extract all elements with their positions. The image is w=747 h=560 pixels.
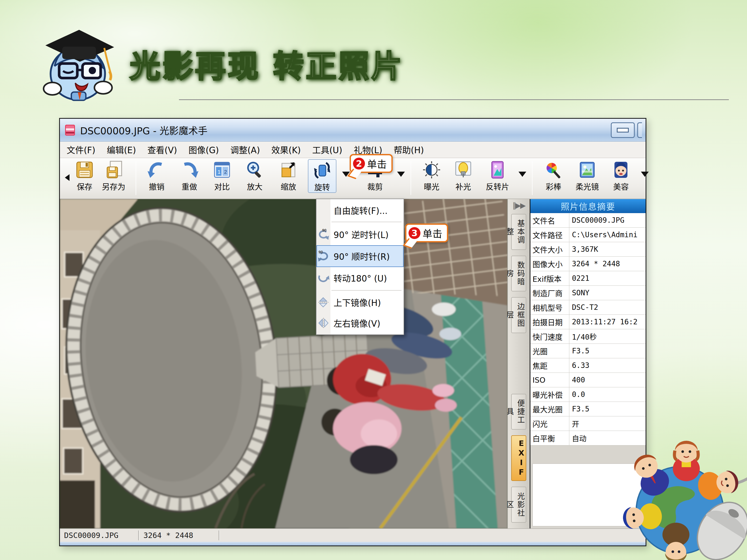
- exif-row[interactable]: 拍摄日期 2013:11:27 16:2: [531, 315, 646, 329]
- tab-quick-tools[interactable]: 便捷工具: [511, 394, 526, 430]
- exif-label: 图像大小: [531, 257, 569, 271]
- menu-item-flip-horizontal[interactable]: 左右镜像(V): [316, 313, 404, 334]
- exif-row[interactable]: 焦距 6.33: [531, 358, 646, 373]
- exif-row[interactable]: 光圈 F3.5: [531, 344, 646, 358]
- tab-frame-layers[interactable]: 边框图层: [511, 297, 526, 333]
- titlebar: DSC00009.JPG - 光影魔术手: [60, 119, 646, 141]
- svg-text:1: 1: [217, 169, 221, 175]
- redo-icon: [180, 160, 199, 180]
- exif-label: 快门速度: [531, 329, 569, 344]
- svg-text:90: 90: [318, 250, 323, 254]
- undo-icon: [147, 160, 166, 180]
- exif-row[interactable]: 文件名 DSC00009.JPG: [531, 213, 646, 228]
- exif-label: 闪光: [531, 416, 569, 431]
- fill-light-button[interactable]: 补光: [449, 160, 478, 192]
- exif-row[interactable]: 文件路径 C:\Users\Admini: [531, 228, 646, 242]
- info-panel-title: 照片信息摘要: [531, 199, 646, 213]
- maximize-button-partial[interactable]: [637, 123, 642, 138]
- exif-value: 3,367K: [569, 242, 646, 257]
- menubar-item[interactable]: 编辑(E): [107, 143, 136, 156]
- reversal-film-button[interactable]: 反转片: [481, 160, 514, 192]
- tab-community[interactable]: 光影社区: [511, 487, 526, 523]
- exif-label: 白平衡: [531, 431, 569, 445]
- menu-separator: [332, 222, 402, 222]
- film-dropdown-caret-icon[interactable]: [518, 171, 526, 181]
- menu-separator: [332, 290, 402, 291]
- menubar-item[interactable]: 查看(V): [147, 143, 177, 156]
- exif-label: 文件路径: [531, 228, 569, 242]
- exif-label: Exif版本: [531, 271, 569, 286]
- tab-digital-darkroom[interactable]: 数码暗房: [511, 256, 526, 292]
- rotate-dropdown-menu: 自由旋转(F)... 90 90° 逆时针(L) 90 90° 顺时针(R) 转…: [316, 198, 404, 335]
- exif-row[interactable]: 闪光 开: [531, 416, 646, 431]
- tab-basic-adjust[interactable]: 基本调整: [511, 214, 526, 250]
- menubar-item[interactable]: 文件(F): [67, 143, 96, 156]
- exif-value: SONY: [569, 286, 646, 300]
- callout-text: 单击: [367, 156, 387, 170]
- callout-step-2: 2 单击: [350, 154, 393, 173]
- exposure-button[interactable]: 曝光: [417, 160, 446, 192]
- menubar-item[interactable]: 效果(K): [271, 143, 301, 156]
- exposure-icon: [422, 160, 441, 180]
- exif-label: 相机型号: [531, 300, 569, 315]
- step-number-badge: 3: [409, 227, 420, 239]
- compare-button[interactable]: 12 对比: [208, 160, 236, 192]
- beauty-dropdown-caret-icon[interactable]: [641, 171, 649, 181]
- save-as-button[interactable]: 另存为: [99, 160, 128, 192]
- exif-row[interactable]: 相机型号 DSC-T2: [531, 300, 646, 315]
- toolbar-separator: [411, 161, 411, 195]
- menubar-item[interactable]: 帮助(H): [394, 143, 424, 156]
- exif-value: F3.5: [569, 402, 646, 416]
- exif-row[interactable]: 最大光圈 F3.5: [531, 402, 646, 416]
- exif-row[interactable]: 文件大小 3,367K: [531, 242, 646, 257]
- exif-row[interactable]: 图像大小 3264 * 2448: [531, 257, 646, 271]
- exif-value: 开: [569, 416, 646, 431]
- exif-value: C:\Users\Admini: [569, 228, 646, 242]
- status-filename: DSC00009.JPG: [60, 529, 138, 542]
- exif-row[interactable]: 快门速度 1/40秒: [531, 329, 646, 344]
- rotate-cw-90-icon: 90: [316, 250, 331, 262]
- exif-row[interactable]: 制造厂商 SONY: [531, 286, 646, 300]
- callout-step-3: 3 单击: [405, 223, 448, 242]
- minimize-icon: [617, 128, 629, 132]
- menubar-item[interactable]: 调整(A): [230, 143, 260, 156]
- status-separator: [218, 530, 220, 540]
- menu-item-rotate-90-cw[interactable]: 90 90° 顺时针(R): [316, 245, 404, 267]
- zoom-in-icon: [245, 160, 264, 180]
- beauty-button[interactable]: 美容: [607, 160, 635, 192]
- mascot-graduate-mouse: [36, 16, 119, 101]
- rotate-button[interactable]: 旋转: [308, 159, 336, 193]
- exif-value: F3.5: [569, 344, 646, 358]
- menubar-item[interactable]: 图像(G): [188, 143, 219, 156]
- exif-row[interactable]: 曝光补偿 0.0: [531, 387, 646, 402]
- exif-value: DSC00009.JPG: [569, 213, 646, 228]
- toolbar-overflow-icon[interactable]: [61, 174, 70, 181]
- exif-row[interactable]: Exif版本 0221: [531, 271, 646, 286]
- menubar-item[interactable]: 工具(U): [312, 143, 342, 156]
- exif-label: ISO: [531, 373, 569, 387]
- color-wand-button[interactable]: 彩棒: [539, 160, 568, 192]
- reversal-film-icon: [488, 160, 507, 180]
- zoom-in-button[interactable]: 放大: [240, 160, 269, 192]
- undo-button[interactable]: 撤销: [143, 160, 171, 192]
- page-title: 光影再现 转正照片: [130, 42, 404, 86]
- minimize-button[interactable]: [611, 123, 635, 138]
- soft-lens-button[interactable]: 柔光镜: [570, 160, 604, 192]
- rotated-photo: [60, 199, 507, 528]
- flip-vertical-icon: [316, 296, 331, 308]
- menu-item-rotate-180[interactable]: 转动180° (U): [316, 267, 404, 289]
- save-button[interactable]: 保存: [70, 160, 99, 192]
- menu-item-free-rotate[interactable]: 自由旋转(F)...: [316, 200, 404, 220]
- exif-row[interactable]: ISO 400: [531, 373, 646, 387]
- crop-dropdown-caret-icon[interactable]: [397, 171, 405, 181]
- rotate-ccw-90-icon: 90: [316, 229, 331, 240]
- save-as-icon: [104, 160, 123, 180]
- tab-exif[interactable]: EXIF: [511, 435, 526, 481]
- panel-collapse-handle[interactable]: ‖▶▶: [513, 201, 525, 210]
- redo-button[interactable]: 重做: [175, 160, 204, 192]
- menu-item-rotate-90-ccw[interactable]: 90 90° 逆时针(L): [316, 223, 404, 245]
- menu-item-flip-vertical[interactable]: 上下镜像(H): [316, 292, 404, 313]
- exif-value: 400: [569, 373, 646, 387]
- exif-value: 3264 * 2448: [569, 257, 646, 271]
- resize-button[interactable]: 缩放: [274, 160, 303, 192]
